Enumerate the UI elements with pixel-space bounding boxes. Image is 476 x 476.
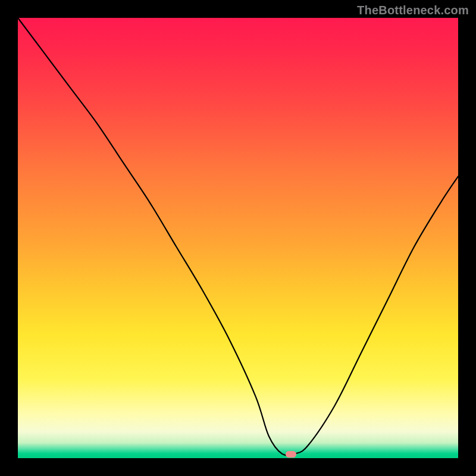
- chart-stage: TheBottleneck.com: [0, 0, 476, 476]
- optimal-marker: [286, 451, 296, 458]
- bottleneck-curve: [18, 18, 458, 458]
- x-axis-strip: [18, 458, 458, 476]
- watermark-text: TheBottleneck.com: [357, 4, 469, 17]
- plot-area: [18, 18, 458, 458]
